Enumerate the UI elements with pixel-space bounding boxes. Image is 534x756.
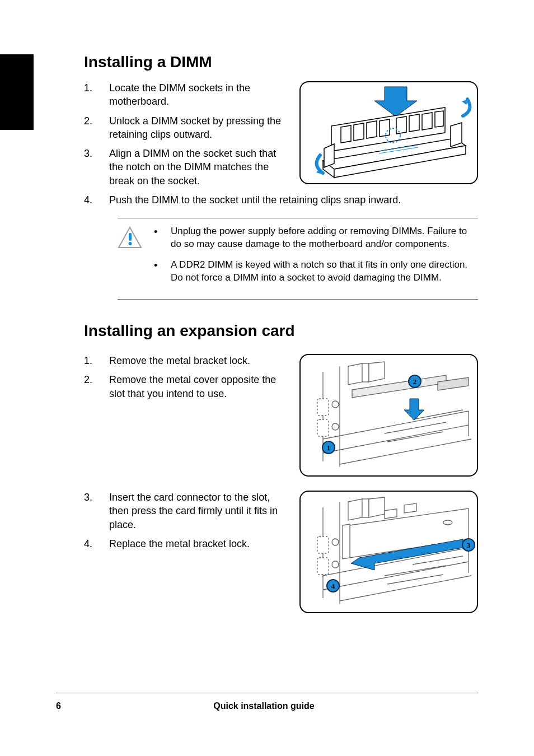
- svg-rect-5: [317, 399, 329, 416]
- warning-note-1: Unplug the power supply before adding or…: [154, 225, 478, 251]
- document-page: Installing a DIMM Locate the DIMM socket…: [0, 0, 534, 756]
- heading-installing-expansion-card: Installing an expansion card: [84, 322, 478, 340]
- dimm-step-3: Align a DIMM on the socket such that the…: [84, 147, 288, 188]
- expansion-card-slot-diagram: 2 1: [299, 354, 478, 477]
- warning-bullet-list: Unplug the power supply before adding or…: [154, 225, 478, 292]
- expansion-steps-b-col: Insert the card connector to the slot, t…: [84, 491, 288, 603]
- svg-point-7: [332, 401, 339, 408]
- expansion-steps-a: Remove the metal bracket lock. Remove th…: [84, 354, 288, 400]
- fig2-label-3: 3: [467, 541, 471, 549]
- dimm-steps-col: Locate the DIMM sockets in the motherboa…: [84, 81, 288, 193]
- exp-step-4: Replace the metal bracket lock.: [84, 537, 288, 550]
- dimm-content-row: Locate the DIMM sockets in the motherboa…: [84, 81, 478, 193]
- page-footer: 6 Quick installation guide: [56, 693, 478, 711]
- svg-rect-17: [362, 499, 369, 517]
- dimm-steps-list: Locate the DIMM sockets in the motherboa…: [84, 81, 288, 188]
- dimm-steps-list-cont: Push the DIMM to the socket until the re…: [84, 193, 478, 207]
- exp-step-2: Remove the metal cover opposite the slot…: [84, 373, 288, 400]
- dimm-step-4: Push the DIMM to the socket until the re…: [84, 193, 478, 207]
- svg-point-15: [332, 539, 339, 545]
- dimm-install-diagram: [299, 81, 478, 184]
- svg-point-16: [332, 561, 339, 568]
- expansion-steps-a-col: Remove the metal bracket lock. Remove th…: [84, 354, 288, 466]
- fig1-label-1: 1: [327, 444, 331, 452]
- svg-rect-6: [317, 419, 329, 436]
- svg-rect-9: [362, 363, 369, 382]
- expansion-card-insert-diagram: 3 4: [299, 491, 478, 613]
- warning-note-2: A DDR2 DIMM is keyed with a notch so tha…: [154, 259, 478, 284]
- heading-installing-dimm: Installing a DIMM: [84, 53, 478, 71]
- dimm-step-1: Locate the DIMM sockets in the motherboa…: [84, 81, 288, 109]
- dimm-step-2: Unlock a DIMM socket by pressing the ret…: [84, 114, 288, 142]
- svg-rect-19: [404, 503, 416, 513]
- svg-rect-2: [129, 233, 132, 241]
- warning-triangle-icon: [118, 225, 143, 250]
- chapter-tab: [0, 54, 34, 130]
- svg-rect-13: [317, 536, 329, 553]
- fig1-label-2: 2: [413, 377, 417, 386]
- fig2-label-4: 4: [331, 582, 335, 590]
- page-number: 6: [56, 701, 61, 711]
- expansion-steps-b: Insert the card connector to the slot, t…: [84, 491, 288, 550]
- expansion-row-1: Remove the metal bracket lock. Remove th…: [84, 354, 478, 477]
- svg-rect-18: [385, 509, 397, 519]
- exp-step-3: Insert the card connector to the slot, t…: [84, 491, 288, 531]
- footer-spacer: [467, 701, 478, 711]
- svg-point-3: [129, 242, 132, 245]
- warning-note-block: Unplug the power supply before adding or…: [118, 218, 478, 300]
- svg-point-8: [332, 423, 339, 430]
- expansion-row-2: Insert the card connector to the slot, t…: [84, 491, 478, 613]
- footer-title: Quick installation guide: [61, 701, 467, 711]
- exp-step-1: Remove the metal bracket lock.: [84, 354, 288, 367]
- svg-rect-14: [317, 558, 329, 575]
